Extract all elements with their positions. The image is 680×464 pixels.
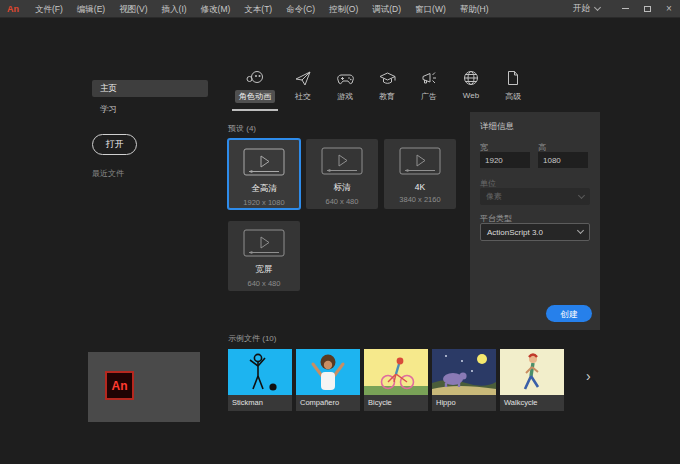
active-tab-underline bbox=[232, 109, 278, 111]
sample-card-hippo[interactable]: Hippo bbox=[432, 349, 496, 411]
minimize-button[interactable] bbox=[614, 0, 636, 18]
recent-file-tile[interactable]: An bbox=[88, 352, 200, 422]
graduation-cap-icon bbox=[379, 66, 396, 86]
paper-plane-icon bbox=[295, 66, 311, 86]
video-player-icon bbox=[399, 147, 441, 179]
character-face-icon bbox=[246, 66, 264, 86]
megaphone-icon bbox=[421, 66, 438, 86]
sample-name: Hippo bbox=[432, 395, 496, 411]
preset-dims: 640 x 480 bbox=[248, 279, 281, 288]
preset-name: 全高清 bbox=[251, 183, 277, 195]
samples-next-arrow[interactable]: › bbox=[586, 368, 591, 384]
maximize-button[interactable] bbox=[636, 0, 658, 18]
sample-name: Compañero bbox=[296, 395, 360, 411]
minimize-icon bbox=[622, 8, 629, 9]
app-logo: An bbox=[7, 4, 19, 14]
recent-files-label: 最近文件 bbox=[92, 168, 124, 179]
menu-window[interactable]: 窗口(W) bbox=[408, 0, 453, 18]
close-button[interactable]: × bbox=[658, 0, 680, 18]
units-dropdown: 像素 bbox=[480, 188, 590, 205]
menu-modify[interactable]: 修改(M) bbox=[194, 0, 238, 18]
preset-name: 标清 bbox=[334, 182, 351, 194]
tab-character-animation[interactable]: 角色动画 bbox=[228, 66, 282, 103]
companero-thumbnail bbox=[296, 349, 360, 395]
details-header: 详细信息 bbox=[480, 121, 514, 133]
samples-header: 示例文件 (10) bbox=[228, 333, 276, 344]
sample-name: Walkcycle bbox=[500, 395, 564, 411]
menu-view[interactable]: 视图(V) bbox=[112, 0, 154, 18]
document-icon bbox=[506, 66, 520, 86]
create-button[interactable]: 创建 bbox=[546, 305, 592, 322]
sample-card-bicycle[interactable]: Bicycle bbox=[364, 349, 428, 411]
height-input[interactable] bbox=[538, 152, 588, 168]
game-controller-icon bbox=[337, 66, 354, 86]
menu-control[interactable]: 控制(O) bbox=[322, 0, 365, 18]
sidebar-item-home[interactable]: 主页 bbox=[92, 80, 208, 97]
preset-card-sd[interactable]: 标清 640 x 480 bbox=[306, 139, 378, 209]
tab-web[interactable]: Web bbox=[450, 66, 492, 103]
platform-dropdown[interactable]: ActionScript 3.0 bbox=[480, 223, 590, 241]
menu-debug[interactable]: 调试(D) bbox=[365, 0, 408, 18]
workspace-switcher[interactable]: 开始 bbox=[573, 3, 600, 15]
preset-card-4k[interactable]: 4K 3840 x 2160 bbox=[384, 139, 456, 209]
tab-education[interactable]: 教育 bbox=[366, 66, 408, 103]
sample-name: Stickman bbox=[228, 395, 292, 411]
category-tabs: 角色动画 社交 游戏 教育 bbox=[228, 66, 534, 103]
preset-dims: 1920 x 1080 bbox=[243, 198, 284, 207]
video-player-icon bbox=[243, 229, 285, 261]
menu-file[interactable]: 文件(F) bbox=[28, 0, 70, 18]
menu-edit[interactable]: 编辑(E) bbox=[70, 0, 112, 18]
open-button[interactable]: 打开 bbox=[92, 134, 137, 155]
sample-name: Bicycle bbox=[364, 395, 428, 411]
preset-name: 宽屏 bbox=[256, 264, 273, 276]
globe-icon bbox=[463, 66, 479, 86]
preset-card-widescreen[interactable]: 宽屏 640 x 480 bbox=[228, 221, 300, 291]
chevron-down-icon bbox=[577, 227, 584, 234]
maximize-icon bbox=[644, 6, 651, 12]
walkcycle-thumbnail bbox=[500, 349, 564, 395]
menu-text[interactable]: 文本(T) bbox=[237, 0, 279, 18]
video-player-icon bbox=[243, 148, 285, 180]
menu-commands[interactable]: 命令(C) bbox=[279, 0, 322, 18]
chevron-down-icon bbox=[594, 3, 601, 10]
menu-insert[interactable]: 插入(I) bbox=[155, 0, 194, 18]
presets-header: 预设 (4) bbox=[228, 123, 256, 134]
preset-name: 4K bbox=[415, 182, 425, 192]
tab-games[interactable]: 游戏 bbox=[324, 66, 366, 103]
tab-social[interactable]: 社交 bbox=[282, 66, 324, 103]
details-panel: 详细信息 宽 高 单位 像素 平台类型 ActionScript 3.0 创建 bbox=[470, 112, 600, 330]
chevron-down-icon bbox=[578, 191, 585, 198]
hippo-thumbnail bbox=[432, 349, 496, 395]
stickman-thumbnail bbox=[228, 349, 292, 395]
animate-logo: An bbox=[105, 371, 134, 400]
preset-card-fullhd[interactable]: 全高清 1920 x 1080 bbox=[228, 139, 300, 209]
sample-card-walkcycle[interactable]: Walkcycle bbox=[500, 349, 564, 411]
sample-card-companero[interactable]: Compañero bbox=[296, 349, 360, 411]
menu-help[interactable]: 帮助(H) bbox=[453, 0, 496, 18]
menubar: An 文件(F) 编辑(E) 视图(V) 插入(I) 修改(M) 文本(T) 命… bbox=[0, 0, 680, 18]
tab-advanced[interactable]: 高级 bbox=[492, 66, 534, 103]
preset-dims: 640 x 480 bbox=[326, 197, 359, 206]
sample-card-stickman[interactable]: Stickman bbox=[228, 349, 292, 411]
bicycle-thumbnail bbox=[364, 349, 428, 395]
width-input[interactable] bbox=[480, 152, 530, 168]
preset-dims: 3840 x 2160 bbox=[399, 195, 440, 204]
tab-ads[interactable]: 广告 bbox=[408, 66, 450, 103]
video-player-icon bbox=[321, 147, 363, 179]
sidebar-item-learn[interactable]: 学习 bbox=[92, 101, 208, 118]
